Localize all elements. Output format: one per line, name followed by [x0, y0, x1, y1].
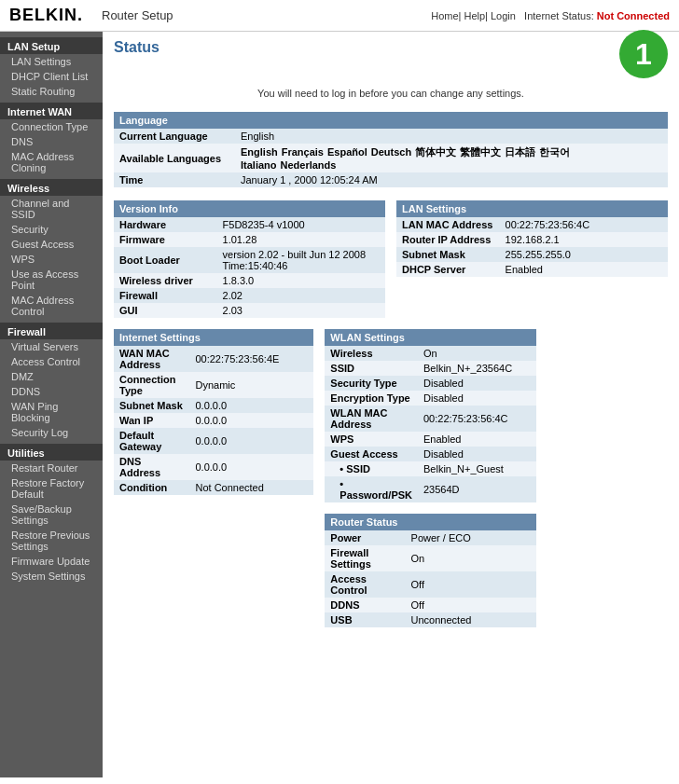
row-value: 255.255.255.0 [500, 247, 668, 262]
language-link[interactable]: 繁體中文 [460, 146, 501, 158]
row-value: English [235, 129, 668, 144]
sidebar-item[interactable]: LAN Settings [0, 54, 103, 69]
sidebar-item[interactable]: Access Control [0, 354, 103, 369]
row-value: On [406, 545, 537, 571]
internet-status: Internet Status: Not Connected [524, 10, 670, 21]
router-status-header: Router Status [325, 514, 536, 530]
row-value: EnglishFrançaisEspañolDeutsch简体中文繁體中文日本語… [235, 144, 668, 172]
language-table: Language Current LanguageEnglishAvailabl… [114, 112, 668, 187]
row-value: F5D8235-4 v1000 [217, 217, 385, 232]
sidebar-item[interactable]: Save/Backup Settings [0, 502, 103, 528]
row-value: On [418, 346, 536, 361]
sidebar-item[interactable]: Security Log [0, 425, 103, 440]
sidebar-item[interactable]: DNS [0, 134, 103, 149]
row-label: SSID [325, 361, 418, 376]
sidebar-item[interactable]: Use as Access Point [0, 267, 103, 293]
sidebar-item[interactable]: Virtual Servers [0, 339, 103, 354]
sidebar-item[interactable]: Connection Type [0, 119, 103, 134]
sidebar-item[interactable]: Channel and SSID [0, 196, 103, 222]
home-link[interactable]: Home [431, 10, 458, 21]
row-value: Not Connected [189, 480, 313, 495]
sidebar-item[interactable]: System Settings [0, 569, 103, 584]
row-value: 1.8.3.0 [217, 273, 385, 288]
table-row: SSIDBelkin_N+_23564C [325, 361, 536, 376]
row-label: DNS Address [114, 454, 189, 480]
row-value: Enabled [500, 262, 668, 277]
sidebar-item[interactable]: DHCP Client List [0, 69, 103, 84]
language-link[interactable]: 日本語 [505, 146, 535, 158]
row-label: Wireless [325, 346, 418, 361]
login-link[interactable]: Login [491, 10, 516, 21]
language-link[interactable]: Italiano [241, 159, 277, 171]
top-nav: Home| Help| Login Internet Status: Not C… [431, 10, 670, 21]
row-label: Connection Type [114, 372, 189, 398]
row-value: January 1 , 2000 12:05:24 AM [235, 172, 668, 187]
row-value: 192.168.2.1 [500, 232, 668, 247]
sidebar-item[interactable]: Restore Previous Settings [0, 528, 103, 554]
sidebar-item[interactable]: Firmware Update [0, 554, 103, 569]
row-label: • Password/PSK [325, 476, 418, 502]
row-label: Firewall [114, 288, 217, 303]
sidebar-item[interactable]: WAN Ping Blocking [0, 399, 103, 425]
sidebar-item[interactable]: DMZ [0, 369, 103, 384]
row-label: Subnet Mask [114, 398, 189, 413]
row-value: 00:22:75:23:56:4E [189, 346, 313, 372]
sidebar-item[interactable]: MAC Address Cloning [0, 149, 103, 175]
language-link[interactable]: Español [327, 146, 367, 158]
internet-settings-header: Internet Settings [114, 329, 313, 346]
row-value: 2.02 [217, 288, 385, 303]
row-value: 2.03 [217, 303, 385, 318]
table-row: GUI2.03 [114, 303, 385, 318]
table-row: Wireless driver1.8.3.0 [114, 273, 385, 288]
sidebar-item[interactable]: Guest Access [0, 237, 103, 252]
language-link[interactable]: Nederlands [281, 159, 337, 171]
language-link[interactable]: 简体中文 [415, 146, 456, 158]
table-row: Subnet Mask255.255.255.0 [396, 247, 668, 262]
sidebar-section-header: Utilities [0, 444, 103, 461]
help-link[interactable]: Help [464, 10, 485, 21]
sidebar-item[interactable]: Restore Factory Default [0, 475, 103, 502]
row-label: Default Gateway [114, 428, 189, 454]
sidebar-item[interactable]: Security [0, 222, 103, 237]
login-message: You will need to log in before you can c… [114, 88, 668, 99]
internet-status-value: Not Connected [597, 10, 670, 21]
row-value: Disabled [418, 447, 536, 461]
row-value: Belkin_N+_23564C [418, 361, 536, 376]
router-status-table: Router Status PowerPower / ECOFirewall S… [325, 514, 536, 627]
sidebar-item[interactable]: Static Routing [0, 84, 103, 99]
row-label: Firmware [114, 232, 217, 247]
sidebar-item[interactable]: DDNS [0, 384, 103, 399]
row-value: 0.0.0.0 [189, 398, 313, 413]
row-label: DHCP Server [396, 262, 500, 277]
language-link[interactable]: English [241, 146, 278, 158]
table-row: DNS Address0.0.0.0 [114, 454, 313, 480]
row-label: Access Control [325, 571, 405, 598]
row-value: 00:22:75:23:56:4C [500, 217, 668, 232]
table-row: TimeJanuary 1 , 2000 12:05:24 AM [114, 172, 668, 187]
row-label: Power [325, 530, 405, 545]
table-row: Available LanguagesEnglishFrançaisEspaño… [114, 144, 668, 172]
row-label: Wireless driver [114, 273, 217, 288]
table-row: DHCP ServerEnabled [396, 262, 668, 277]
table-row: • Password/PSK23564D [325, 476, 536, 502]
version-info-table: Version Info HardwareF5D8235-4 v1000Firm… [114, 200, 385, 318]
language-link[interactable]: Deutsch [371, 146, 411, 158]
sidebar-item[interactable]: Restart Router [0, 461, 103, 475]
table-row: PowerPower / ECO [325, 530, 536, 545]
sidebar-section-header: Wireless [0, 179, 103, 196]
language-link[interactable]: Français [282, 146, 324, 158]
row-value: Disabled [418, 376, 536, 391]
sidebar-item[interactable]: MAC Address Control [0, 293, 103, 319]
row-value: Dynamic [189, 372, 313, 398]
row-label: Security Type [325, 376, 418, 391]
row-label: DDNS [325, 598, 405, 612]
sidebar-item[interactable]: WPS [0, 252, 103, 267]
row-value: Enabled [418, 432, 536, 447]
table-row: WirelessOn [325, 346, 536, 361]
language-link[interactable]: 한국어 [539, 146, 570, 158]
row-label: GUI [114, 303, 217, 318]
row-value: 0.0.0.0 [189, 428, 313, 454]
table-row: Firewall SettingsOn [325, 545, 536, 571]
wlan-settings-header: WLAN Settings [325, 329, 536, 346]
row-label: WPS [325, 432, 418, 447]
